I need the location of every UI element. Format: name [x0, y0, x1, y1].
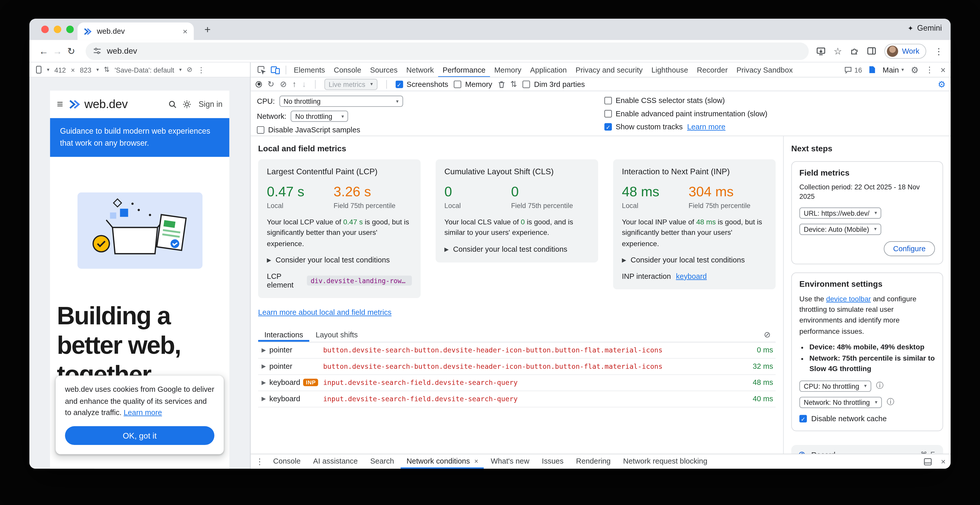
row-expander-icon[interactable]: ▶: [258, 380, 269, 386]
devtools-tab-privacy-sandbox[interactable]: Privacy Sandbox: [732, 63, 797, 77]
devtools-tab-console[interactable]: Console: [329, 63, 366, 77]
field-device-select[interactable]: Device: Auto (Mobile) ▾: [799, 224, 881, 235]
clear-log-icon[interactable]: ⊘: [759, 330, 776, 339]
drawer-close-icon[interactable]: ×: [941, 457, 946, 466]
info-icon[interactable]: ⓘ: [876, 381, 883, 392]
rotate-icon[interactable]: ⇅: [104, 66, 110, 74]
metrics-learn-more-link[interactable]: Learn more about local and field metrics: [258, 308, 391, 317]
inp-consider-conditions[interactable]: ▶ Consider your local test conditions: [622, 255, 767, 264]
device-type-icon[interactable]: [35, 66, 42, 74]
configure-button[interactable]: Configure: [884, 241, 935, 256]
search-icon[interactable]: [168, 100, 177, 109]
install-icon[interactable]: [816, 46, 826, 55]
row-expander-icon[interactable]: ▶: [258, 347, 269, 353]
collect-garbage-icon[interactable]: [498, 80, 505, 88]
drawer-tab-search[interactable]: Search: [365, 454, 400, 469]
record-and-reload-icon[interactable]: ↻: [267, 79, 275, 89]
row-expander-icon[interactable]: ▶: [258, 395, 269, 402]
interaction-row[interactable]: ▶ pointer button.devsite-search-button.d…: [258, 342, 776, 359]
save-data-select[interactable]: 'Save-Data': default: [115, 66, 174, 73]
device-toolbar-toggle-icon[interactable]: [271, 65, 280, 74]
tab-close-icon[interactable]: ×: [183, 27, 188, 36]
drawer-tab-whats-new[interactable]: What's new: [485, 454, 535, 469]
bookmark-star-icon[interactable]: ☆: [834, 45, 842, 57]
interaction-row[interactable]: ▶ pointer button.devsite-search-button.d…: [258, 359, 776, 375]
devtools-tab-recorder[interactable]: Recorder: [692, 63, 732, 77]
drawer-tab-rendering[interactable]: Rendering: [570, 454, 616, 469]
devtools-tab-memory[interactable]: Memory: [490, 63, 526, 77]
drawer-tab-network-conditions[interactable]: Network conditions ×: [401, 454, 484, 469]
capture-settings-gear-icon[interactable]: ⚙: [938, 79, 946, 89]
promo-banner[interactable]: Guidance to build modern web experiences…: [50, 118, 229, 156]
checkbox-unchecked-icon[interactable]: [604, 97, 612, 104]
close-tab-icon[interactable]: ×: [474, 454, 478, 469]
info-icon[interactable]: ⓘ: [887, 397, 894, 408]
interaction-row[interactable]: ▶ keyboard INP input.devsite-search-fiel…: [258, 375, 776, 391]
profile-chip[interactable]: Work: [885, 43, 926, 59]
cls-consider-conditions[interactable]: ▶ Consider your local test conditions: [444, 245, 589, 253]
devtools-tab-application[interactable]: Application: [526, 63, 571, 77]
network-throttling-select[interactable]: No throttling ▾: [291, 111, 348, 122]
checkbox-unchecked-icon[interactable]: [257, 126, 264, 133]
browser-tab[interactable]: web.dev ×: [78, 22, 194, 40]
memory-checkbox[interactable]: Memory: [454, 80, 492, 89]
theme-toggle-sun-icon[interactable]: [182, 100, 191, 109]
console-messages-indicator[interactable]: 16: [844, 66, 862, 73]
checkbox-checked-icon[interactable]: [604, 123, 612, 130]
inspect-element-icon[interactable]: [257, 65, 266, 74]
env-network-select[interactable]: Network: No throttling ▾: [799, 397, 881, 408]
custom-tracks-checkbox[interactable]: Show custom tracks: [604, 122, 683, 131]
interactions-tab[interactable]: Interactions: [258, 327, 310, 342]
checkbox-unchecked-icon[interactable]: [604, 110, 612, 117]
save-data-caret-icon[interactable]: ▾: [179, 67, 182, 73]
checkbox-checked-icon[interactable]: [395, 80, 403, 88]
device-select-caret-icon[interactable]: ▾: [47, 67, 49, 73]
custom-tracks-learn-more-link[interactable]: Learn more: [687, 122, 725, 131]
devtools-tab-privacy[interactable]: Privacy and security: [571, 63, 647, 77]
devtools-tab-network[interactable]: Network: [402, 63, 438, 77]
cpu-throttling-select[interactable]: No throttling ▾: [279, 95, 403, 107]
device-toolbar-kebab-icon[interactable]: ⋮: [197, 65, 205, 74]
drawer-kebab-icon[interactable]: ⋮: [256, 457, 264, 466]
record-button[interactable]: Record ⌘ E: [791, 445, 943, 454]
checkbox-unchecked-icon[interactable]: [454, 80, 461, 88]
lcp-element-node-link[interactable]: div.devsite-landing-row-item-d…: [307, 275, 412, 286]
minimize-window-button[interactable]: [54, 25, 61, 33]
back-button[interactable]: ←: [37, 46, 51, 56]
new-tab-button[interactable]: +: [199, 22, 216, 38]
devtools-close-icon[interactable]: ×: [940, 65, 945, 75]
drawer-tab-issues[interactable]: Issues: [536, 454, 569, 469]
execution-context-select[interactable]: Main ▾: [883, 65, 904, 74]
devtools-tab-sources[interactable]: Sources: [366, 63, 402, 77]
interaction-row[interactable]: ▶ keyboard input.devsite-search-field.de…: [258, 391, 776, 407]
no-throttling-icon[interactable]: ⊘: [186, 66, 192, 74]
dim-3rd-parties-checkbox[interactable]: Dim 3rd parties: [523, 80, 585, 89]
devtools-tab-performance[interactable]: Performance: [438, 63, 490, 77]
forward-button[interactable]: →: [51, 46, 64, 56]
drawer-tab-ai-assistance[interactable]: AI assistance: [307, 454, 363, 469]
url-text[interactable]: web.dev: [107, 46, 137, 56]
inp-interaction-link[interactable]: keyboard: [676, 272, 707, 280]
zoom-select-caret-icon[interactable]: ▾: [96, 67, 99, 73]
devtools-tab-lighthouse[interactable]: Lighthouse: [647, 63, 692, 77]
load-profile-icon[interactable]: ↑: [293, 79, 296, 89]
gemini-button[interactable]: ✦ Gemini: [908, 24, 942, 32]
devtools-tab-elements[interactable]: Elements: [290, 63, 329, 77]
devtools-kebab-icon[interactable]: ⋮: [926, 65, 934, 75]
close-window-button[interactable]: [41, 25, 49, 33]
url-bar[interactable]: web.dev: [86, 42, 808, 60]
disable-network-cache-checkbox[interactable]: Disable network cache: [799, 414, 935, 423]
drawer-tab-network-request-blocking[interactable]: Network request blocking: [617, 454, 713, 469]
lcp-consider-conditions[interactable]: ▶ Consider your local test conditions: [267, 255, 412, 264]
checkbox-unchecked-icon[interactable]: [523, 80, 530, 88]
cookie-learn-more-link[interactable]: Learn more: [124, 408, 162, 417]
sign-in-button[interactable]: Sign in: [199, 100, 223, 109]
paint-instrumentation-checkbox[interactable]: Enable advanced paint instrumentation (s…: [604, 109, 767, 118]
cookie-accept-button[interactable]: OK, got it: [65, 426, 214, 445]
devtools-settings-gear-icon[interactable]: ⚙: [911, 65, 919, 75]
drawer-layout-icon[interactable]: [924, 458, 932, 465]
css-selector-stats-checkbox[interactable]: Enable CSS selector stats (slow): [604, 96, 725, 105]
checkbox-checked-icon[interactable]: [799, 415, 807, 422]
row-expander-icon[interactable]: ▶: [258, 363, 269, 369]
disable-js-samples-checkbox[interactable]: Disable JavaScript samples: [257, 125, 360, 134]
